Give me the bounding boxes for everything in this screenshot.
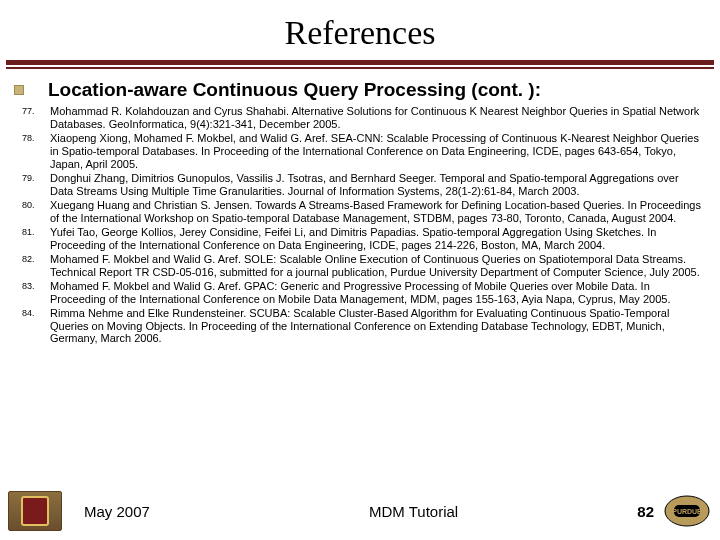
reference-item: 81.Yufei Tao, George Kollios, Jerey Cons… [12,226,710,252]
reference-text: Xiaopeng Xiong, Mohamed F. Mokbel, and W… [50,132,710,171]
divider [6,60,714,69]
reference-text: Rimma Nehme and Elke Rundensteiner. SCUB… [50,307,710,346]
reference-number: 79. [12,172,50,198]
reference-text: Donghui Zhang, Dimitrios Gunopulos, Vass… [50,172,710,198]
page-number: 82 [637,503,654,520]
reference-text: Mohammad R. Kolahdouzan and Cyrus Shahab… [50,105,710,131]
section-heading-row: Location-aware Continuous Query Processi… [12,79,710,101]
reference-number: 78. [12,132,50,171]
reference-text: Mohamed F. Mokbel and Walid G. Aref. GPA… [50,280,710,306]
reference-list: 77.Mohammad R. Kolahdouzan and Cyrus Sha… [12,105,710,345]
reference-number: 81. [12,226,50,252]
reference-item: 83.Mohamed F. Mokbel and Walid G. Aref. … [12,280,710,306]
reference-item: 77.Mohammad R. Kolahdouzan and Cyrus Sha… [12,105,710,131]
slide-title: References [0,0,720,60]
reference-number: 84. [12,307,50,346]
footer: May 2007 MDM Tutorial 82 PURDUE [0,488,720,534]
purdue-logo-icon: PURDUE [662,492,712,530]
section-heading: Location-aware Continuous Query Processi… [48,79,541,101]
svg-text:PURDUE: PURDUE [672,508,702,515]
reference-number: 82. [12,253,50,279]
reference-text: Mohamed F. Mokbel and Walid G. Aref. SOL… [50,253,710,279]
footer-date: May 2007 [84,503,150,520]
reference-item: 80.Xuegang Huang and Christian S. Jensen… [12,199,710,225]
slide: References Location-aware Continuous Que… [0,0,720,540]
reference-number: 77. [12,105,50,131]
reference-number: 80. [12,199,50,225]
reference-number: 83. [12,280,50,306]
reference-item: 82.Mohamed F. Mokbel and Walid G. Aref. … [12,253,710,279]
reference-text: Yufei Tao, George Kollios, Jerey Considi… [50,226,710,252]
reference-text: Xuegang Huang and Christian S. Jensen. T… [50,199,710,225]
footer-center: MDM Tutorial [150,503,637,520]
umn-logo-icon [8,491,62,531]
bullet-square-icon [14,85,24,95]
content-area: Location-aware Continuous Query Processi… [0,69,720,345]
reference-item: 84.Rimma Nehme and Elke Rundensteiner. S… [12,307,710,346]
reference-item: 78.Xiaopeng Xiong, Mohamed F. Mokbel, an… [12,132,710,171]
reference-item: 79.Donghui Zhang, Dimitrios Gunopulos, V… [12,172,710,198]
